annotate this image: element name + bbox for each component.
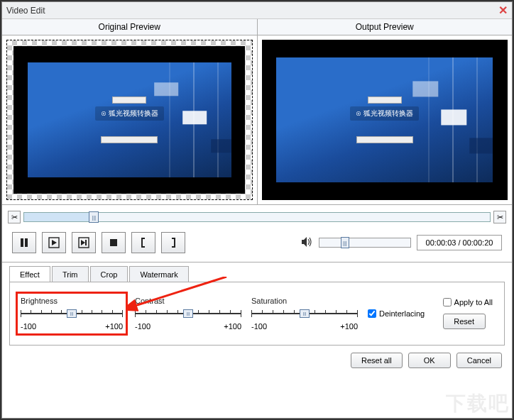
original-preview-column: Original Preview ⊙ 狐光视频转换器: [2, 19, 258, 204]
scissors-icon: ✂: [497, 213, 503, 222]
original-preview-body[interactable]: ⊙ 狐光视频转换器: [2, 35, 257, 204]
play-button[interactable]: [42, 232, 66, 253]
brightness-label: Brightness: [21, 297, 123, 305]
effect-panel: Brightness ||| -100 +100 Contrast |||: [9, 282, 505, 346]
next-frame-button[interactable]: [72, 232, 96, 253]
stop-icon: [108, 237, 119, 248]
saturation-slider[interactable]: |||: [251, 308, 358, 319]
decorative-box: [112, 96, 146, 104]
playback-controls: ||| 00:00:03 / 00:00:20: [2, 225, 512, 262]
next-frame-icon: [78, 237, 89, 248]
saturation-group: Saturation ||| -100 +100: [251, 297, 358, 331]
saturation-min: -100: [251, 322, 267, 331]
deinterlacing-checkbox-row[interactable]: Deinterlacing: [368, 309, 425, 318]
svg-marker-3: [52, 240, 57, 245]
output-preview-body[interactable]: ⊙ 狐光视频转换器: [258, 35, 513, 204]
timeline-row: ✂ ||| ✂: [2, 205, 512, 225]
window-title: Video Edit: [6, 6, 498, 16]
timeline-slider[interactable]: |||: [23, 212, 491, 222]
pause-icon: [18, 237, 30, 248]
close-icon[interactable]: ✕: [498, 4, 508, 17]
contrast-label: Contrast: [135, 297, 241, 305]
bracket-right-icon: [168, 237, 179, 248]
deinterlacing-label: Deinterlacing: [379, 309, 425, 318]
tab-strip: Effect Trim Crop Watermark: [9, 265, 505, 282]
video-watermark-text: ⊙ 狐光视频转换器: [350, 106, 419, 121]
saturation-thumb[interactable]: |||: [300, 309, 310, 318]
play-icon: [48, 237, 60, 248]
pause-button[interactable]: [12, 232, 36, 253]
deinterlacing-checkbox[interactable]: [368, 309, 376, 318]
bracket-start-button[interactable]: [131, 232, 155, 253]
titlebar: Video Edit ✕: [2, 2, 512, 19]
contrast-group: Contrast ||| -100 +100: [135, 297, 241, 331]
stop-button[interactable]: [102, 232, 126, 253]
panel-right-column: Apply to All Reset: [443, 298, 496, 329]
tab-effect[interactable]: Effect: [9, 266, 50, 282]
cancel-button[interactable]: Cancel: [456, 353, 502, 368]
brightness-max: +100: [105, 322, 123, 331]
volume-icon[interactable]: [302, 237, 313, 249]
saturation-limits: -100 +100: [251, 322, 358, 331]
decorative-box: [101, 136, 158, 143]
timeline-thumb[interactable]: |||: [89, 211, 99, 223]
wallpaper-image: ⊙ 狐光视频转换器: [276, 57, 493, 182]
tab-watermark[interactable]: Watermark: [129, 266, 188, 282]
dialog-footer: Reset all OK Cancel 下载吧: [2, 346, 512, 375]
output-preview-label: Output Preview: [258, 19, 513, 35]
background-watermark: 下载吧: [446, 390, 510, 417]
volume-thumb[interactable]: |||: [341, 237, 349, 248]
output-video-frame: ⊙ 狐光视频转换器: [262, 40, 508, 200]
decorative-box: [356, 136, 413, 143]
ok-button[interactable]: OK: [408, 353, 451, 368]
trim-end-button[interactable]: ✂: [493, 211, 506, 223]
wallpaper-image: ⊙ 狐光视频转换器: [28, 62, 231, 177]
video-watermark-text: ⊙ 狐光视频转换器: [95, 106, 164, 121]
volume-slider[interactable]: |||: [319, 238, 411, 248]
effects-tabs-section: Effect Trim Crop Watermark Brightness ||…: [2, 262, 512, 346]
brightness-limits: -100 +100: [21, 322, 123, 331]
decorative-box: [368, 96, 402, 104]
preview-row: Original Preview ⊙ 狐光视频转换器 Output Previe…: [2, 19, 512, 205]
brightness-min: -100: [21, 322, 36, 331]
brightness-group: Brightness ||| -100 +100: [16, 292, 128, 336]
reset-all-button[interactable]: Reset all: [351, 353, 403, 368]
svg-rect-0: [21, 238, 23, 247]
saturation-max: +100: [340, 322, 358, 331]
tab-crop[interactable]: Crop: [90, 266, 128, 282]
contrast-thumb[interactable]: |||: [183, 309, 193, 318]
contrast-max: +100: [224, 322, 241, 331]
brightness-slider[interactable]: |||: [21, 308, 123, 319]
output-preview-column: Output Preview ⊙ 狐光视频转换器: [258, 19, 513, 204]
video-edit-window: Video Edit ✕ Original Preview ⊙ 狐光视频转换器 …: [1, 1, 513, 419]
brightness-thumb[interactable]: |||: [67, 309, 77, 318]
timeline-progress: [24, 213, 94, 221]
apply-all-checkbox-row[interactable]: Apply to All: [443, 298, 493, 306]
contrast-limits: -100 +100: [135, 322, 241, 331]
scissors-icon: ✂: [11, 213, 18, 222]
svg-rect-1: [25, 238, 28, 247]
svg-rect-7: [110, 239, 117, 246]
saturation-label: Saturation: [251, 297, 358, 305]
trim-start-button[interactable]: ✂: [8, 211, 21, 223]
reset-button[interactable]: Reset: [443, 314, 486, 329]
svg-marker-8: [302, 237, 307, 247]
bracket-left-icon: [138, 237, 149, 248]
contrast-min: -100: [135, 322, 151, 331]
original-video-frame: ⊙ 狐光视频转换器: [13, 46, 245, 194]
svg-rect-6: [85, 240, 87, 245]
apply-all-checkbox[interactable]: [443, 298, 452, 306]
apply-all-label: Apply to All: [454, 298, 493, 306]
svg-marker-5: [81, 240, 85, 245]
original-preview-label: Original Preview: [2, 19, 257, 35]
contrast-slider[interactable]: |||: [135, 308, 241, 319]
time-display: 00:00:03 / 00:00:20: [417, 235, 502, 250]
tab-trim[interactable]: Trim: [52, 266, 89, 282]
bracket-end-button[interactable]: [161, 232, 185, 253]
